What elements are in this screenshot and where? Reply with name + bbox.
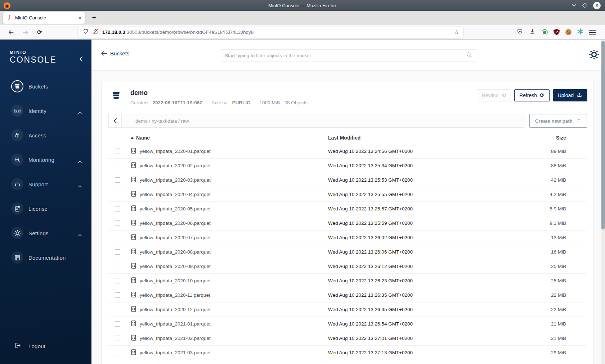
select-all-checkbox[interactable] [115, 135, 120, 140]
bookmark-star-icon[interactable]: ☆ [454, 29, 459, 36]
row-checkbox[interactable] [115, 292, 120, 298]
breadcrumb-path[interactable]: demo / ny-taxi-data / raw [135, 118, 189, 124]
table-row[interactable]: yellow_tripdata_2020-04.parquet Wed Aug … [108, 187, 586, 202]
rewind-label: Rewind [482, 92, 499, 98]
row-checkbox[interactable] [115, 163, 120, 168]
chevron-up-icon[interactable] [78, 109, 82, 116]
sidebar-item-documentation[interactable]: Documentation [0, 245, 91, 270]
table-row[interactable]: yellow_tripdata_2020-01.parquet Wed Aug … [108, 144, 586, 159]
extension-green-icon[interactable] [542, 29, 548, 35]
new-path-icon [576, 118, 581, 124]
row-checkbox[interactable] [115, 220, 120, 226]
table-row[interactable]: yellow_tripdata_2020-11.parquet Wed Aug … [108, 288, 586, 302]
ublock-origin-icon[interactable]: UO [554, 29, 560, 35]
row-checkbox[interactable] [115, 350, 120, 355]
column-header-size[interactable]: Size [535, 135, 586, 141]
table-row[interactable]: yellow_tripdata_2020-08.parquet Wed Aug … [108, 245, 586, 259]
chevron-up-icon[interactable] [78, 183, 82, 189]
back-button[interactable] [4, 27, 17, 38]
reload-button[interactable]: ⟳ [33, 27, 46, 38]
page-scrollbar[interactable] [601, 40, 605, 364]
sidebar-item-label: Access [28, 132, 46, 138]
tracking-protection-shield-icon[interactable] [82, 28, 89, 36]
column-header-name[interactable]: Name [125, 135, 328, 141]
access-label: Access: [211, 100, 228, 105]
table-header: Name Last Modified Size [108, 131, 586, 144]
scrollbar-thumb[interactable] [601, 41, 605, 229]
object-size: 13 MiB [535, 235, 586, 240]
table-row[interactable]: yellow_tripdata_2021-02.parquet Wed Aug … [108, 331, 586, 346]
refresh-button[interactable]: Refresh ⟳ [514, 89, 550, 101]
created-label: Created: [130, 100, 149, 105]
settings-gear-icon[interactable] [589, 49, 599, 61]
back-label: Buckets [110, 50, 129, 56]
row-checkbox[interactable] [115, 235, 120, 240]
window-maximize-icon[interactable] [582, 3, 587, 8]
url-bar[interactable]: 172.18.0.3:30503/buckets/demo/browse/bnk… [79, 27, 463, 38]
row-checkbox[interactable] [115, 321, 120, 327]
object-filter-input[interactable] [225, 53, 466, 58]
table-row[interactable]: yellow_tripdata_2020-07.parquet Wed Aug … [108, 231, 586, 245]
forward-button[interactable] [19, 27, 32, 38]
rewind-button[interactable]: Rewind ⟲ [477, 89, 511, 101]
rewind-icon: ⟲ [501, 92, 506, 99]
tab-close-icon[interactable]: × [78, 15, 81, 21]
row-checkbox[interactable] [115, 249, 120, 255]
column-header-last-modified[interactable]: Last Modified [328, 135, 535, 141]
tab-title: MinIO Console [15, 15, 46, 21]
chevron-up-icon[interactable] [78, 232, 82, 238]
upload-button[interactable]: Upload [553, 89, 587, 101]
sidebar-collapse-icon[interactable] [79, 56, 83, 63]
gear-icon [11, 227, 23, 239]
table-row[interactable]: yellow_tripdata_2020-03.parquet Wed Aug … [108, 173, 586, 187]
table-row[interactable]: yellow_tripdata_2020-02.parquet Wed Aug … [108, 159, 586, 173]
table-row[interactable]: yellow_tripdata_2020-09.parquet Wed Aug … [108, 259, 586, 274]
object-name: yellow_tripdata_2020-03.parquet [140, 177, 211, 183]
sort-ascending-icon [131, 137, 134, 139]
sidebar-item-identity[interactable]: Identity [0, 99, 91, 123]
insecure-lock-icon[interactable] [92, 28, 99, 36]
row-checkbox[interactable] [115, 206, 120, 211]
pocket-icon[interactable] [516, 28, 523, 36]
row-checkbox[interactable] [115, 177, 120, 183]
sidebar-item-settings[interactable]: Settings [0, 221, 91, 245]
browser-tab-minio-console[interactable]: MinIO Console × [3, 12, 85, 24]
sidebar-item-license[interactable]: License [0, 196, 91, 221]
row-checkbox[interactable] [115, 264, 120, 269]
table-row[interactable]: yellow_tripdata_2020-12.parquet Wed Aug … [108, 302, 586, 317]
path-back-icon[interactable] [109, 114, 122, 127]
parquet-file-icon [131, 205, 136, 213]
row-checkbox[interactable] [115, 307, 120, 312]
sidebar-item-support[interactable]: Support [0, 172, 91, 196]
table-row[interactable]: yellow_tripdata_2020-06.parquet Wed Aug … [108, 216, 586, 231]
row-checkbox[interactable] [115, 149, 120, 154]
asterisk-extension-icon[interactable] [577, 28, 583, 36]
downloads-icon[interactable] [529, 28, 536, 36]
sidebar-item-monitoring[interactable]: Monitoring [0, 147, 91, 172]
object-last-modified: Wed Aug 10 2022 13:25:34 GMT+0200 [328, 163, 535, 168]
window-close-icon[interactable]: × [593, 2, 601, 9]
chevron-up-icon[interactable] [78, 158, 82, 165]
object-name: yellow_tripdata_2020-11.parquet [140, 292, 210, 298]
table-row[interactable]: yellow_tripdata_2020-05.parquet Wed Aug … [108, 202, 586, 216]
cookie-extension-icon[interactable] [565, 29, 572, 35]
lock-icon [11, 129, 23, 141]
row-checkbox[interactable] [115, 192, 120, 197]
parquet-file-icon [131, 320, 136, 328]
sidebar-item-logout[interactable]: Logout [0, 338, 91, 354]
window-minimize-icon[interactable] [572, 2, 577, 9]
sidebar-item-buckets[interactable]: Buckets [0, 74, 91, 99]
create-new-path-button[interactable]: Create new path [529, 114, 587, 128]
new-tab-button[interactable]: + [89, 13, 99, 23]
object-size: 25 MiB [535, 278, 586, 283]
row-checkbox[interactable] [115, 278, 120, 283]
table-row[interactable]: yellow_tripdata_2020-10.parquet Wed Aug … [108, 274, 586, 288]
sidebar-item-label: Settings [28, 230, 49, 236]
table-row[interactable]: yellow_tripdata_2021-01.parquet Wed Aug … [108, 317, 586, 331]
parquet-file-icon [131, 234, 136, 241]
table-row[interactable]: yellow_tripdata_2021-03.parquet Wed Aug … [108, 346, 586, 360]
menu-hamburger-icon[interactable] [589, 30, 596, 35]
sidebar-item-access[interactable]: Access [0, 123, 91, 147]
back-to-buckets-link[interactable]: Buckets [101, 50, 129, 56]
row-checkbox[interactable] [115, 336, 120, 341]
